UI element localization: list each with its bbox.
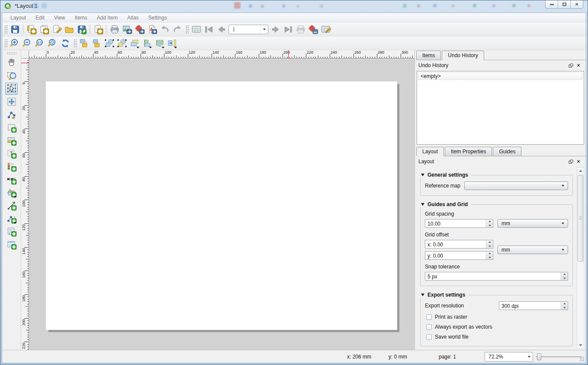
pan-button[interactable] [5,57,18,69]
atlas-preview-button[interactable] [190,23,202,36]
print-as-raster-checkbox[interactable] [426,314,432,320]
add-picture-button[interactable] [5,135,18,147]
float-panel-button[interactable] [567,158,575,165]
resize-grip[interactable] [579,356,585,362]
export-svg-button[interactable] [133,23,146,36]
resize-items-button[interactable] [166,37,178,49]
toolbar-handle[interactable] [74,39,77,48]
select-move-button[interactable] [5,83,18,95]
close-panel-button[interactable]: × [575,158,582,165]
export-pdf-button[interactable]: A [146,23,158,36]
maximize-button[interactable] [558,0,571,9]
toolbar-handle[interactable] [4,39,7,48]
scroll-up-icon[interactable] [577,168,584,174]
atlas-print-button[interactable] [294,23,307,36]
atlas-first-button[interactable] [202,23,215,36]
toolbar-handle[interactable] [7,52,16,55]
zoom-actual-button[interactable]: 1:1 [34,37,46,49]
menu-atlas[interactable]: Atlas [122,13,144,22]
scroll-down-icon[interactable] [577,342,584,349]
dock-top-tab-undo-history[interactable]: Undo History [442,51,484,60]
chevron-down-icon[interactable] [260,25,268,34]
save-button[interactable] [9,23,21,36]
titlebar[interactable]: *Layout 1 × [0,0,588,13]
always-export-as-vectors-checkbox[interactable] [426,324,432,330]
select-all-button[interactable] [103,37,116,49]
save-world-file-checkbox[interactable] [426,334,432,340]
menu-items[interactable]: Items [70,13,92,22]
new-layout-button[interactable] [25,23,38,36]
add-legend-button[interactable] [5,161,18,173]
layout-manager-button[interactable] [50,23,63,36]
menu-settings[interactable]: Settings [144,13,172,22]
undo-button[interactable] [158,23,171,36]
spinner-buttons[interactable] [486,240,493,248]
general-settings-header[interactable]: General settings [420,172,471,178]
layout-canvas[interactable]: 0204060801001201401601802002202402602803… [21,50,414,350]
add-arrow-button[interactable] [5,200,18,212]
float-panel-button[interactable] [567,62,575,69]
undo-history-item[interactable]: <empty> [418,72,583,80]
new-report-button[interactable] [92,23,104,36]
toolbar-handle[interactable] [186,25,189,34]
distribute-items-button[interactable] [153,37,166,49]
dock-bottom-tab-guides[interactable]: Guides [493,147,521,156]
dock-bottom-tab-layout[interactable]: Layout [416,147,444,156]
unlock-items-button[interactable] [90,37,103,49]
panel-scrollbar[interactable] [577,167,584,349]
grid-offset-y-input[interactable]: y: 0.00 [425,251,493,260]
zoom-in-button[interactable] [9,37,21,49]
duplicate-layout-button[interactable] [38,23,50,36]
spinner-buttons[interactable] [486,220,493,227]
dock-top-tab-items[interactable]: Items [416,51,441,60]
add-table-button[interactable] [5,239,18,251]
zoom-full-button[interactable] [46,37,59,49]
guides-grid-header[interactable]: Guides and Grid [420,201,471,207]
atlas-last-button[interactable] [282,23,294,36]
zoom-tool-button[interactable] [5,70,18,82]
grid-offset-unit-combo[interactable]: mm [498,245,568,254]
spinner-buttons[interactable] [486,252,493,259]
export-resolution-input[interactable]: 300 dpi [499,301,568,310]
lock-items-button[interactable] [78,37,90,49]
grid-offset-x-input[interactable]: x: 0.00 [425,240,493,249]
close-panel-button[interactable]: × [575,62,582,69]
spinner-buttons[interactable] [561,272,568,280]
redo-button[interactable] [171,23,183,36]
refresh-button[interactable] [59,37,71,49]
export-image-button[interactable] [121,23,133,36]
zoom-slider[interactable] [536,353,582,360]
edit-nodes-button[interactable] [5,109,18,121]
layout-page[interactable] [46,81,397,330]
add-node-item-button[interactable] [5,213,18,225]
zoom-out-button[interactable] [21,37,34,49]
print-button[interactable] [108,23,121,36]
add-map-button[interactable] [5,122,18,134]
grid-spacing-input[interactable]: 10.00 [425,219,493,228]
add-scalebar-button[interactable] [5,174,18,186]
scrollbar-thumb[interactable] [578,175,583,262]
snap-tolerance-input[interactable]: 5 px [425,272,568,281]
zoom-level-combo[interactable]: 72.2% [485,352,533,362]
menu-add-item[interactable]: Add Item [92,13,122,22]
close-button[interactable]: × [570,0,583,9]
export-settings-header[interactable]: Export settings [420,292,468,298]
atlas-settings-button[interactable] [319,23,332,36]
save-as-button[interactable] [75,23,88,36]
add-shape-button[interactable] [5,187,18,199]
add-html-button[interactable] [5,226,18,238]
grid-spacing-unit-combo[interactable]: mm [498,219,568,228]
align-items-button[interactable] [141,37,153,49]
reference-map-combo[interactable] [464,181,568,190]
add-label-button[interactable]: T [5,148,18,160]
atlas-export-button[interactable] [307,23,319,36]
menu-edit[interactable]: Edit [31,13,49,22]
toolbar-handle[interactable] [4,25,7,34]
raise-items-button[interactable] [128,37,141,49]
dock-bottom-tab-item-properties[interactable]: Item Properties [445,147,492,156]
atlas-next-button[interactable] [269,23,282,36]
menu-layout[interactable]: Layout [6,13,31,22]
spinner-buttons[interactable] [561,302,568,310]
minimize-button[interactable] [545,0,558,9]
atlas-prev-button[interactable] [215,23,228,36]
